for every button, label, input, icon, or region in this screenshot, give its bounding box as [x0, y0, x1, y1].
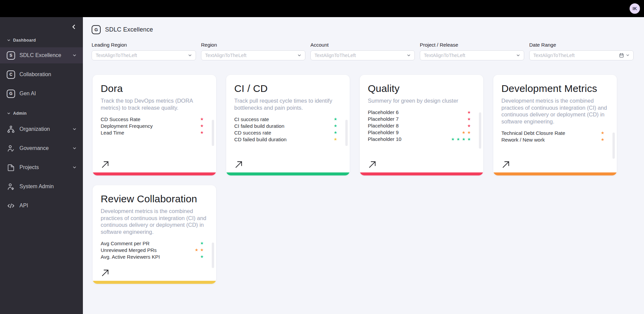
filter-date-range: Date Range [529, 42, 634, 60]
sidebar-item-governance[interactable]: Governance [0, 140, 83, 156]
card-scrollbar[interactable] [345, 120, 348, 146]
card-title: Development Metrics [501, 83, 609, 94]
metric-row: Placeholder 10 ★ ★ ★ ★ [368, 136, 475, 143]
card-scrollbar[interactable] [612, 133, 615, 159]
card-scrollbar[interactable] [479, 112, 481, 149]
star-rating: ★ ★ [462, 130, 471, 135]
main-content: G SDLC Excellence Leading Region Region … [83, 17, 644, 314]
leading-region-select[interactable] [92, 50, 196, 60]
star-rating: ★ [601, 137, 605, 142]
open-card-arrow-icon[interactable] [101, 268, 110, 277]
metric-row: Deployment Frequency ★ [101, 122, 208, 129]
card-ci-cd: CI / CD Track pull request cycle times t… [226, 75, 350, 175]
account-select[interactable] [310, 50, 415, 60]
filter-label: Region [201, 42, 305, 48]
metric-name: Unreviewed Merged PRs [101, 247, 157, 253]
card-accent-bar [93, 281, 216, 284]
filter-label: Leading Region [92, 42, 196, 48]
open-card-arrow-icon[interactable] [501, 160, 510, 169]
metric-row: Avg Comment per PR ★ [101, 240, 208, 247]
star-rating: ★ ★ [195, 248, 204, 252]
region-select[interactable] [201, 50, 305, 60]
gen-ai-icon: G [7, 90, 15, 98]
metric-row: Placeholder 9 ★ ★ [368, 129, 475, 136]
metric-name: Rework / New work [501, 137, 545, 143]
card-scrollbar[interactable] [212, 120, 214, 146]
star-rating: ★ ★ ★ ★ [451, 137, 471, 142]
metric-name: Avg Comment per PR [101, 241, 150, 246]
sidebar-collapse-button[interactable] [70, 23, 78, 31]
section-label-text: Dashboard [13, 38, 36, 43]
metric-name: Placeholder 10 [368, 136, 401, 142]
open-card-arrow-icon[interactable] [368, 160, 377, 169]
star-rating: ★ [334, 123, 338, 128]
star-rating: ★ [200, 241, 204, 246]
metric-name: Placeholder 9 [368, 129, 399, 135]
sidebar-item-sdlc-excellence[interactable]: S SDLC Excellence [0, 47, 83, 63]
metric-name: Placeholder 8 [368, 123, 399, 128]
metric-name: CD Success Rate [101, 116, 140, 122]
card-accent-bar [93, 172, 216, 175]
avatar[interactable]: IK [630, 3, 640, 14]
chevron-down-icon [72, 127, 77, 132]
card-quality: Quality Summery for green by design clus… [360, 75, 483, 175]
metric-row: Technical Debt Closure Rate ★ [501, 129, 609, 136]
sidebar-item-label: API [19, 203, 77, 209]
metric-row: Rework / New work ★ [501, 136, 609, 143]
metric-row: CI failed build duration ★ [234, 122, 342, 129]
metric-name: Avg. Active Reviewers KPI [101, 254, 160, 260]
metric-list: CD Success Rate ★ Deployment Frequency ★… [101, 116, 208, 136]
date-range-input[interactable] [529, 50, 634, 60]
metric-name: Lead Time [101, 130, 124, 136]
sidebar-item-organization[interactable]: Organization [0, 121, 83, 137]
card-description: Summery for green by design cluster [368, 97, 475, 104]
open-card-arrow-icon[interactable] [101, 160, 110, 169]
star-rating: ★ [200, 123, 204, 128]
card-accent-bar [493, 172, 617, 175]
star-rating: ★ [200, 254, 204, 259]
sidebar-section-dashboard[interactable]: Dashboard [0, 38, 83, 43]
card-dora: Dora Track the top DevOps metrics (DORA … [93, 75, 216, 175]
card-title: Quality [368, 83, 475, 94]
metric-row: CD failed build duration ★ [234, 136, 342, 143]
app-logo-icon: G [92, 25, 101, 34]
sidebar-item-projects[interactable]: Projects [0, 159, 83, 175]
card-accent-bar [226, 172, 350, 175]
star-rating: ★ [200, 117, 204, 121]
project-release-select[interactable] [420, 50, 524, 60]
sidebar-item-label: Gen AI [19, 91, 77, 97]
star-rating: ★ [334, 130, 338, 135]
star-rating: ★ [334, 117, 338, 121]
metric-row: CI success rate ★ [234, 116, 342, 122]
chevron-down-icon [7, 111, 11, 115]
top-bar: IK [0, 0, 644, 17]
sidebar-item-gen-ai[interactable]: G Gen AI [0, 86, 83, 102]
open-card-arrow-icon[interactable] [234, 160, 243, 169]
sidebar-section-admin[interactable]: Admin [0, 111, 83, 116]
page-title: SDLC Excellence [105, 26, 153, 33]
sidebar-item-system-admin[interactable]: System Admin [0, 178, 83, 195]
chevron-down-icon [72, 146, 77, 151]
chevron-down-icon [72, 165, 77, 170]
card-description: Track pull request cycle times to identi… [234, 97, 342, 111]
sidebar-item-collaboration[interactable]: C Collaboration [0, 66, 83, 83]
person-check-icon [7, 144, 15, 153]
filter-label: Project / Release [420, 42, 524, 48]
metric-name: Placeholder 6 [368, 109, 399, 115]
filter-label: Account [310, 42, 415, 48]
sidebar-item-api[interactable]: API [0, 198, 83, 214]
card-scrollbar[interactable] [212, 243, 214, 268]
card-grid: Dora Track the top DevOps metrics (DORA … [93, 75, 618, 284]
metric-name: Deployment Frequency [101, 123, 153, 129]
star-rating: ★ [601, 130, 605, 135]
metric-list: Avg Comment per PR ★ Unreviewed Merged P… [101, 240, 208, 260]
sidebar: Dashboard S SDLC Excellence C Collaborat… [0, 17, 83, 314]
sidebar-item-label: SDLC Excellence [19, 52, 68, 58]
card-title: CI / CD [234, 83, 342, 94]
sidebar-item-label: Collaboration [19, 71, 77, 77]
page-header: G SDLC Excellence [92, 24, 635, 35]
filter-leading-region: Leading Region [92, 42, 196, 60]
file-icon [7, 163, 15, 172]
card-accent-bar [360, 172, 483, 175]
sidebar-item-label: Projects [19, 164, 68, 170]
